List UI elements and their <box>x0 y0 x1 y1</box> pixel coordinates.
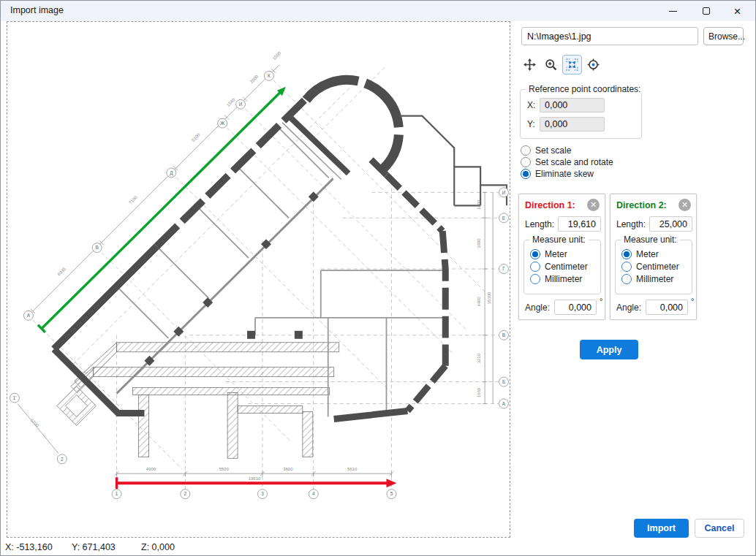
radio-icon <box>621 249 632 259</box>
minimize-button[interactable] <box>657 1 689 21</box>
measure-unit-legend: Measure unit: <box>621 235 680 245</box>
floorplan-image: 12345ИЕГВБААВДЖИК1'249005500360056101961… <box>7 22 510 537</box>
dim-label: 3600 <box>283 467 293 471</box>
axis-label: А <box>502 401 506 406</box>
dim-label: 1660 <box>477 387 481 397</box>
close-icon: × <box>734 5 741 18</box>
axis-label: 1' <box>13 395 17 400</box>
radio-icon <box>621 262 632 272</box>
radio-icon <box>530 274 540 284</box>
y-coordinate-field[interactable] <box>540 117 605 132</box>
mode-option-set-scale-rotate[interactable]: Set scale and rotate <box>521 157 613 167</box>
direction-1-angle-field[interactable] <box>554 300 597 315</box>
dim-label: 7100 <box>128 195 138 205</box>
unit-option-centimeter[interactable]: Centimeter <box>530 262 588 272</box>
dim-label: 4400 <box>477 297 481 307</box>
dim-label: 19610 <box>249 476 261 481</box>
status-y: Y: 671,403 <box>72 542 116 552</box>
axis-label: 1 <box>116 491 118 496</box>
dim-label: 1540 <box>226 97 236 107</box>
dialog-title: Import image <box>10 5 64 15</box>
direction-2-length-field[interactable] <box>649 216 692 232</box>
angle-label: Angle: <box>616 302 641 313</box>
axis-label: Б <box>502 379 505 384</box>
dim-label: 5100 <box>191 132 201 142</box>
axis-label: 4 <box>312 491 315 496</box>
direction-2-title: Direction 2: <box>616 200 667 210</box>
x-coordinate-field[interactable] <box>540 98 605 113</box>
angle-label: Angle: <box>525 302 550 313</box>
dim-label: 5500 <box>219 467 229 471</box>
dim-label: 1800 <box>477 199 481 210</box>
cancel-button[interactable]: Cancel <box>695 519 744 538</box>
measure-unit-legend: Measure unit: <box>529 235 589 245</box>
browse-button[interactable]: Browse... <box>703 27 744 45</box>
axis-label: К <box>268 73 271 78</box>
length-label: Length: <box>525 219 554 229</box>
dim-label: 2500 <box>249 74 260 84</box>
unit-option-meter[interactable]: Meter <box>621 249 659 259</box>
pan-tool-button[interactable] <box>520 55 540 75</box>
import-button[interactable]: Import <box>634 519 689 538</box>
axis-label: 5 <box>390 491 393 496</box>
mode-option-eliminate-skew[interactable]: Eliminate skew <box>521 169 594 179</box>
hatched-walls <box>57 343 339 459</box>
degree-symbol: ° <box>691 297 694 305</box>
mode-option-set-scale[interactable]: Set scale <box>521 145 571 156</box>
radio-icon <box>521 157 531 167</box>
fit-view-icon <box>566 58 578 71</box>
minimize-icon <box>669 11 677 12</box>
status-bar: X: -513,160 Y: 671,403 Z: 0,000 <box>1 538 513 556</box>
axis-label: Д <box>170 170 173 176</box>
dim-label: 15100 <box>487 292 491 304</box>
title-bar: Import image × <box>1 1 755 21</box>
maximize-button[interactable] <box>689 1 722 21</box>
plan-annotations: 12345ИЕГВБААВДЖИК1'249005500360056101961… <box>10 50 508 498</box>
length-label: Length: <box>616 219 646 229</box>
radio-icon <box>530 249 540 259</box>
x-label: X: <box>527 100 535 110</box>
unit-option-centimeter[interactable]: Centimeter <box>621 262 679 272</box>
pan-icon <box>523 58 536 71</box>
direction-1-close-button[interactable]: ✕ <box>587 199 600 211</box>
axis-label: 3 <box>261 491 264 496</box>
dim-label: 3210 <box>477 353 481 363</box>
settings-panel: Browse... <box>516 21 753 538</box>
zoom-tool-button[interactable] <box>541 55 561 75</box>
apply-button[interactable]: Apply <box>580 340 638 359</box>
file-path-input[interactable] <box>521 27 698 45</box>
unit-option-millimeter[interactable]: Millimeter <box>530 274 582 284</box>
axis-label: В <box>502 332 505 338</box>
close-button[interactable]: × <box>721 1 754 21</box>
axis-label: 2 <box>61 457 64 462</box>
dim-label: 1500 <box>272 50 282 61</box>
dim-label: 5610 <box>347 467 358 471</box>
axis-label: Ж <box>220 121 224 126</box>
fit-view-button[interactable] <box>562 55 582 75</box>
dim-label: 4900 <box>146 467 156 471</box>
reference-point-group: Reference point coordinates: X: Y: <box>520 89 642 139</box>
axis-label: Г <box>502 266 505 271</box>
origin-point-button[interactable] <box>583 55 603 75</box>
porch-steps <box>398 116 507 206</box>
unit-option-meter[interactable]: Meter <box>530 249 567 259</box>
axis-label: И <box>502 190 506 195</box>
axis-label: В <box>95 245 98 250</box>
axis-label: Е <box>502 216 506 221</box>
status-x: X: -513,160 <box>5 542 53 552</box>
dim-label: 6935 <box>57 266 67 276</box>
measure-unit-group: Measure unit: Meter Centimeter Millimete… <box>615 240 692 294</box>
direction2-arrow[interactable] <box>38 87 286 332</box>
grid-lines <box>29 66 499 492</box>
direction-2-angle-field[interactable] <box>646 300 688 315</box>
direction-1-title: Direction 1: <box>525 200 575 210</box>
dim-label: 5700 <box>29 418 39 428</box>
direction-1-length-field[interactable] <box>558 216 601 232</box>
radio-icon <box>521 145 531 156</box>
axis-label: 2 <box>184 491 186 496</box>
dim-label: 3600 <box>477 238 481 248</box>
direction-2-close-button[interactable]: ✕ <box>678 199 691 211</box>
import-image-dialog: Import image × <box>0 0 756 556</box>
unit-option-millimeter[interactable]: Millimeter <box>621 274 673 284</box>
image-preview-panel[interactable]: 12345ИЕГВБААВДЖИК1'249005500360056101961… <box>7 21 510 538</box>
